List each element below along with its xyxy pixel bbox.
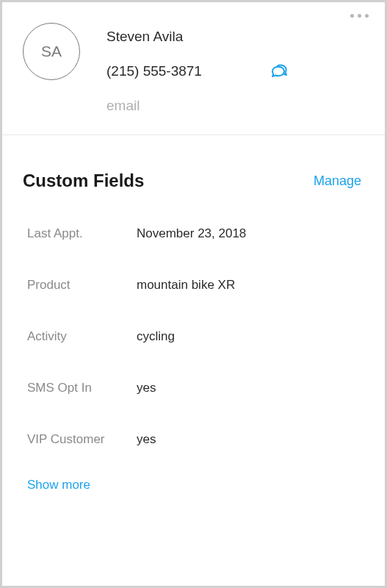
field-value: cycling xyxy=(137,329,175,344)
contact-name: Steven Avila xyxy=(106,29,289,45)
avatar: SA xyxy=(23,23,80,80)
field-row: SMS Opt In yes xyxy=(23,381,361,395)
field-label: Product xyxy=(23,278,137,293)
field-value: November 23, 2018 xyxy=(137,226,246,241)
email-field[interactable]: email xyxy=(106,98,289,114)
field-row: Activity cycling xyxy=(23,329,361,344)
contact-info: Steven Avila (215) 555-3871 email xyxy=(106,23,289,114)
contact-header: SA Steven Avila (215) 555-3871 email xyxy=(2,2,385,135)
manage-link[interactable]: Manage xyxy=(314,173,361,189)
field-value: yes xyxy=(137,381,156,395)
contact-card: SA Steven Avila (215) 555-3871 email Cus… xyxy=(2,2,385,586)
field-label: SMS Opt In xyxy=(23,381,137,395)
custom-fields-section: Custom Fields Manage Last Appt. November… xyxy=(2,135,385,507)
show-more-link[interactable]: Show more xyxy=(23,478,361,492)
field-label: VIP Customer xyxy=(23,432,137,447)
section-header: Custom Fields Manage xyxy=(23,171,361,191)
field-row: Product mountain bike XR xyxy=(23,278,361,293)
field-value: yes xyxy=(137,432,156,447)
phone-row: (215) 555-3871 xyxy=(106,62,289,80)
chat-icon[interactable] xyxy=(270,62,289,80)
field-value: mountain bike XR xyxy=(137,278,235,293)
avatar-initials: SA xyxy=(41,43,62,60)
phone-number: (215) 555-3871 xyxy=(106,63,202,79)
field-row: Last Appt. November 23, 2018 xyxy=(23,226,361,241)
field-label: Last Appt. xyxy=(23,226,137,241)
more-options-icon[interactable] xyxy=(350,14,369,18)
field-label: Activity xyxy=(23,329,137,344)
field-row: VIP Customer yes xyxy=(23,432,361,447)
section-title: Custom Fields xyxy=(23,171,144,191)
